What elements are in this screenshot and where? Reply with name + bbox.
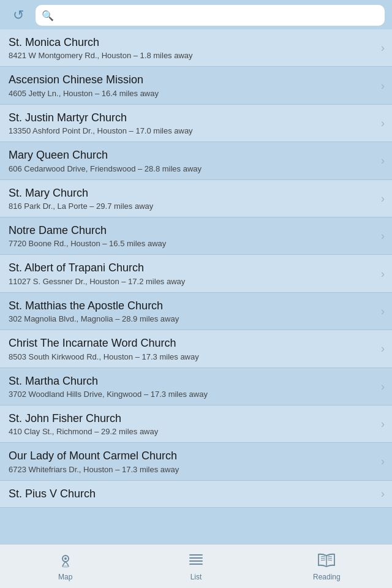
list-item[interactable]: Ascension Chinese Mission4605 Jetty Ln.,…: [0, 67, 392, 104]
chevron-right-icon: ›: [381, 304, 385, 317]
church-name: St. Justin Martyr Church: [9, 111, 370, 125]
church-address: 6723 Whitefriars Dr., Houston – 17.3 mil…: [9, 465, 370, 474]
church-address: 8503 South Kirkwood Rd., Houston – 17.3 …: [9, 352, 370, 361]
search-input[interactable]: [58, 10, 379, 21]
church-address: 13350 Ashford Point Dr., Houston – 17.0 …: [9, 126, 370, 135]
top-bar: ↺ 🔍: [0, 0, 392, 29]
church-address: 410 Clay St., Richmond – 29.2 miles away: [9, 427, 370, 436]
book-icon: [317, 552, 336, 570]
list-item[interactable]: St. Monica Church8421 W Montgomery Rd., …: [0, 29, 392, 67]
list-item[interactable]: Our Lady of Mount Carmel Church6723 Whit…: [0, 443, 392, 480]
church-address: 606 Cedarwood Drive, Friendswood – 28.8 …: [9, 164, 370, 173]
chevron-right-icon: ›: [381, 380, 385, 393]
list-item[interactable]: St. John Fisher Church410 Clay St., Rich…: [0, 405, 392, 443]
list-item[interactable]: St. Justin Martyr Church13350 Ashford Po…: [0, 105, 392, 142]
chevron-right-icon: ›: [381, 230, 385, 243]
church-name: Mary Queen Church: [9, 148, 370, 162]
church-address: 8421 W Montgomery Rd., Houston – 1.8 mil…: [9, 51, 370, 60]
church-name: Christ The Incarnate Word Church: [9, 336, 370, 350]
svg-rect-3: [189, 554, 203, 556]
tab-bar: Map List Reading: [0, 544, 392, 588]
chevron-right-icon: ›: [381, 79, 385, 92]
svg-rect-6: [189, 564, 203, 565]
church-name: Ascension Chinese Mission: [9, 73, 370, 87]
church-name: Our Lady of Mount Carmel Church: [9, 449, 370, 463]
list-item[interactable]: St. Martha Church3702 Woodland Hills Dri…: [0, 368, 392, 405]
list-item[interactable]: St. Matthias the Apostle Church302 Magno…: [0, 293, 392, 330]
tab-map[interactable]: Map: [0, 545, 130, 588]
chevron-right-icon: ›: [381, 192, 385, 205]
chevron-right-icon: ›: [381, 342, 385, 355]
tab-reading-label: Reading: [313, 573, 341, 581]
church-name: St. Matthias the Apostle Church: [9, 299, 370, 313]
church-name: St. Monica Church: [9, 36, 370, 50]
list-item[interactable]: Christ The Incarnate Word Church8503 Sou…: [0, 330, 392, 368]
list-item[interactable]: St. Pius V Church›: [0, 481, 392, 508]
tab-map-label: Map: [58, 573, 72, 581]
church-address: 3702 Woodland Hills Drive, Kingwood – 17…: [9, 390, 370, 399]
tab-reading[interactable]: Reading: [262, 545, 392, 588]
svg-point-1: [64, 557, 67, 560]
church-address: 816 Park Dr., La Porte – 29.7 miles away: [9, 202, 370, 211]
church-list: St. Monica Church8421 W Montgomery Rd., …: [0, 29, 392, 544]
church-name: St. John Fisher Church: [9, 412, 370, 426]
list-item[interactable]: St. Albert of Trapani Church11027 S. Ges…: [0, 255, 392, 292]
list-item[interactable]: Notre Dame Church7720 Boone Rd., Houston…: [0, 217, 392, 255]
search-icon: 🔍: [42, 10, 54, 21]
svg-rect-4: [189, 557, 203, 559]
church-name: St. Mary Church: [9, 186, 370, 200]
church-name: Notre Dame Church: [9, 224, 370, 238]
tab-list[interactable]: List: [130, 545, 261, 588]
chevron-right-icon: ›: [381, 154, 385, 167]
tab-list-label: List: [190, 573, 202, 581]
chevron-right-icon: ›: [381, 418, 385, 431]
search-bar: 🔍: [36, 5, 385, 26]
chevron-right-icon: ›: [381, 488, 385, 500]
chevron-right-icon: ›: [381, 455, 385, 468]
church-name: St. Pius V Church: [9, 487, 370, 501]
church-address: 11027 S. Gessner Dr., Houston – 17.2 mil…: [9, 277, 370, 286]
refresh-button[interactable]: ↺: [7, 7, 29, 23]
church-address: 302 Magnolia Blvd., Magnolia – 28.9 mile…: [9, 314, 370, 323]
chevron-right-icon: ›: [381, 42, 385, 55]
church-address: 7720 Boone Rd., Houston – 16.5 miles awa…: [9, 239, 370, 248]
list-item[interactable]: Mary Queen Church606 Cedarwood Drive, Fr…: [0, 142, 392, 179]
church-address: 4605 Jetty Ln., Houston – 16.4 miles awa…: [9, 89, 370, 98]
map-icon: [57, 552, 74, 570]
chevron-right-icon: ›: [381, 116, 385, 129]
svg-rect-5: [189, 560, 203, 562]
list-item[interactable]: St. Mary Church816 Park Dr., La Porte – …: [0, 180, 392, 217]
list-icon: [188, 552, 204, 570]
church-name: St. Martha Church: [9, 374, 370, 388]
chevron-right-icon: ›: [381, 267, 385, 280]
church-name: St. Albert of Trapani Church: [9, 261, 370, 275]
